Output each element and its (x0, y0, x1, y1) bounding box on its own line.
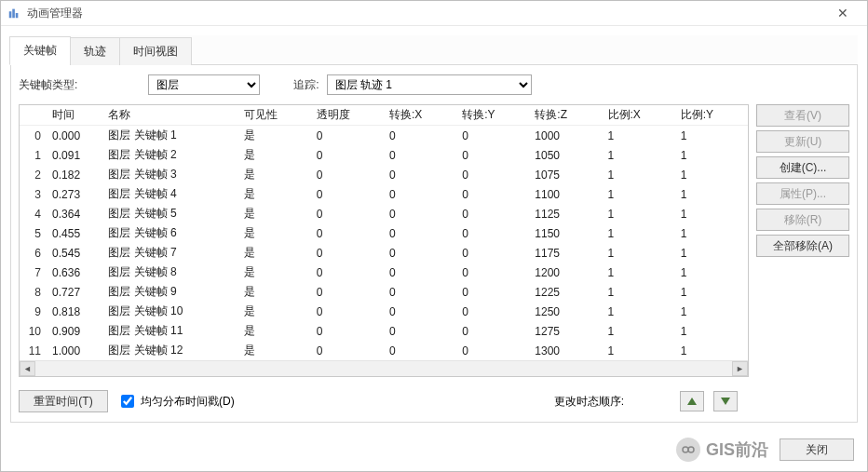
cell: 0 (456, 282, 529, 302)
table-row[interactable]: 00.000图层 关键帧 1是000100011 (20, 126, 748, 146)
remove-all-button[interactable]: 全部移除(A) (756, 235, 849, 257)
track-select[interactable]: 图层 轨迹 1 (327, 74, 532, 95)
cell: 4 (20, 204, 47, 223)
table-row[interactable]: 10.091图层 关键帧 2是000105011 (20, 145, 748, 165)
scroll-left-icon[interactable]: ◄ (20, 361, 35, 376)
scroll-right-icon[interactable]: ► (732, 361, 748, 376)
cell: 9 (20, 302, 47, 321)
cell: 0 (384, 145, 456, 165)
cell: 1 (675, 263, 748, 282)
move-up-button[interactable] (680, 391, 704, 411)
col-scale-y[interactable]: 比例:Y (675, 105, 748, 126)
table-row[interactable]: 40.364图层 关键帧 5是000112511 (20, 204, 748, 223)
table-row[interactable]: 111.000图层 关键帧 12是000130011 (20, 341, 748, 360)
table-scroll[interactable]: 时间 名称 可见性 透明度 转换:X 转换:Y 转换:Z 比例:X 比例:Y (20, 105, 748, 360)
cell: 1 (675, 184, 748, 204)
cell: 0.273 (47, 184, 102, 204)
cell: 0 (311, 126, 384, 146)
cell: 1 (675, 145, 748, 165)
move-down-button[interactable] (713, 391, 738, 411)
cell: 是 (238, 126, 311, 146)
cell: 1225 (529, 282, 602, 302)
cell: 1 (603, 223, 675, 243)
view-button[interactable]: 查看(V) (756, 104, 849, 127)
cell: 1 (675, 243, 748, 263)
keyframe-table: 时间 名称 可见性 透明度 转换:X 转换:Y 转换:Z 比例:X 比例:Y (19, 104, 749, 377)
tab-time-view[interactable]: 时间视图 (119, 37, 192, 65)
col-transparency[interactable]: 透明度 (311, 105, 384, 126)
window-close-button[interactable]: ✕ (824, 6, 861, 20)
col-name[interactable]: 名称 (102, 105, 237, 126)
track-label: 追踪: (293, 77, 319, 93)
cell: 0.909 (47, 321, 102, 341)
close-button[interactable]: 关闭 (780, 438, 854, 461)
properties-button[interactable]: 属性(P)... (756, 182, 849, 205)
col-convert-z[interactable]: 转换:Z (529, 105, 602, 126)
svg-marker-4 (721, 398, 730, 405)
cell: 11 (20, 341, 47, 360)
cell: 0 (456, 145, 529, 165)
cell: 7 (20, 263, 47, 282)
table-row[interactable]: 30.273图层 关键帧 4是000110011 (20, 184, 748, 204)
cell: 0 (456, 165, 529, 184)
cell: 0 (311, 145, 384, 165)
cell: 图层 关键帧 5 (102, 204, 237, 223)
cell: 图层 关键帧 6 (102, 223, 237, 243)
horizontal-scrollbar[interactable]: ◄ ► (20, 360, 748, 376)
even-distribute-input[interactable] (121, 395, 134, 408)
remove-button[interactable]: 移除(R) (756, 209, 849, 231)
table-row[interactable]: 50.455图层 关键帧 6是000115011 (20, 223, 748, 243)
scroll-track[interactable] (35, 361, 732, 376)
cell: 0 (384, 165, 456, 184)
cell: 1 (603, 341, 675, 360)
svg-rect-1 (12, 9, 15, 19)
window-title: 动画管理器 (27, 6, 824, 21)
cell: 图层 关键帧 2 (102, 145, 237, 165)
cell: 0 (456, 243, 529, 263)
tab-keyframes[interactable]: 关键帧 (9, 36, 71, 65)
cell: 是 (238, 263, 311, 282)
main-row: 时间 名称 可见性 透明度 转换:X 转换:Y 转换:Z 比例:X 比例:Y (11, 104, 857, 384)
table-row[interactable]: 70.636图层 关键帧 8是000120011 (20, 263, 748, 282)
cell: 0 (384, 204, 456, 223)
cell: 0 (384, 184, 456, 204)
cell: 0 (311, 302, 384, 321)
col-scale-x[interactable]: 比例:X (603, 105, 675, 126)
col-time[interactable]: 时间 (47, 105, 102, 126)
cell: 1000 (529, 126, 602, 146)
tab-tracks[interactable]: 轨迹 (70, 37, 120, 65)
table-row[interactable]: 100.909图层 关键帧 11是000127511 (20, 321, 748, 341)
side-button-column: 查看(V) 更新(U) 创建(C)... 属性(P)... 移除(R) 全部移除… (756, 104, 849, 377)
col-visible[interactable]: 可见性 (238, 105, 311, 126)
table-row[interactable]: 80.727图层 关键帧 9是000122511 (20, 282, 748, 302)
cell: 0.182 (47, 165, 102, 184)
cell: 1300 (529, 341, 602, 360)
cell: 0 (456, 184, 529, 204)
cell: 图层 关键帧 4 (102, 184, 237, 204)
create-button[interactable]: 创建(C)... (756, 156, 849, 179)
cell: 0.636 (47, 263, 102, 282)
table-row[interactable]: 90.818图层 关键帧 10是000125011 (20, 302, 748, 321)
cell: 1200 (529, 263, 602, 282)
cell: 1 (603, 145, 675, 165)
reset-time-button[interactable]: 重置时间(T) (19, 390, 108, 412)
cell: 1075 (529, 165, 602, 184)
keyframe-type-select[interactable]: 图层 (148, 74, 260, 95)
table-row[interactable]: 60.545图层 关键帧 7是000117511 (20, 243, 748, 263)
cell: 0.727 (47, 282, 102, 302)
cell: 是 (238, 302, 311, 321)
col-convert-x[interactable]: 转换:X (384, 105, 456, 126)
update-button[interactable]: 更新(U) (756, 130, 849, 153)
cell: 0 (311, 204, 384, 223)
col-convert-y[interactable]: 转换:Y (456, 105, 529, 126)
cell: 图层 关键帧 10 (102, 302, 237, 321)
even-distribute-checkbox[interactable]: 均匀分布时间戳(D) (117, 392, 235, 411)
cell: 0 (456, 223, 529, 243)
cell: 0.545 (47, 243, 102, 263)
cell: 0 (456, 126, 529, 146)
cell: 0 (20, 126, 47, 146)
cell: 1 (603, 204, 675, 223)
svg-rect-2 (16, 13, 19, 18)
table-row[interactable]: 20.182图层 关键帧 3是000107511 (20, 165, 748, 184)
cell: 图层 关键帧 8 (102, 263, 237, 282)
